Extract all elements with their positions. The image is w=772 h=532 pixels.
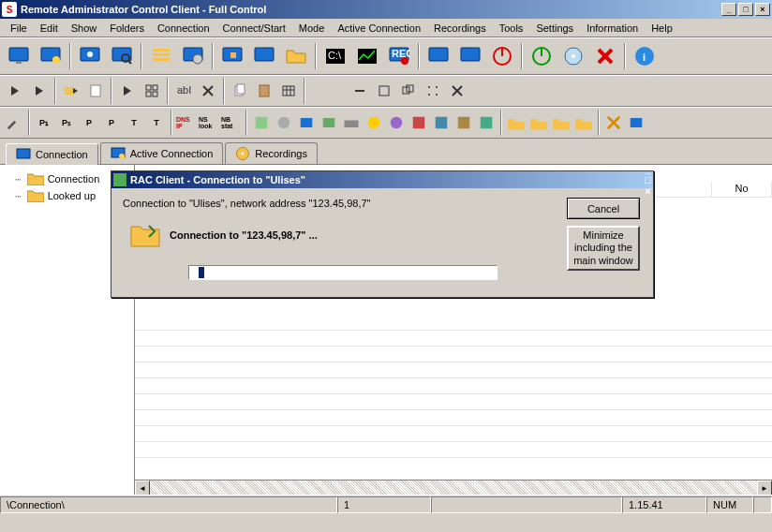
tb-delete-icon[interactable]: [590, 41, 620, 71]
tb2-play-icon[interactable]: [4, 81, 26, 101]
scroll-track[interactable]: [150, 480, 757, 495]
menu-settings[interactable]: Settings: [529, 21, 580, 36]
tb3-i6-icon[interactable]: [364, 112, 384, 133]
tb3-dnsip[interactable]: DNS IP: [176, 112, 197, 133]
tb3-i5-icon[interactable]: [341, 112, 362, 133]
table-row[interactable]: No: [652, 182, 772, 198]
tb3-tt[interactable]: T: [146, 112, 167, 133]
tb-screen2-icon[interactable]: [36, 41, 66, 71]
menu-file[interactable]: File: [4, 21, 34, 36]
tb3-pt[interactable]: P: [101, 112, 122, 133]
menu-recordings[interactable]: Recordings: [427, 21, 493, 36]
tb3-f2-icon[interactable]: [528, 112, 549, 133]
tab-recordings[interactable]: Recordings: [225, 142, 318, 164]
svg-point-5: [87, 52, 93, 57]
menu-connection[interactable]: Connection: [151, 21, 216, 36]
tb3-pp[interactable]: P: [79, 112, 99, 133]
tb-screen-blank-icon[interactable]: [249, 41, 279, 71]
tb3-f3-icon[interactable]: [551, 112, 572, 133]
menu-mode[interactable]: Mode: [292, 21, 332, 36]
tb3-t[interactable]: T: [124, 112, 144, 133]
menu-folders[interactable]: Folders: [103, 21, 151, 36]
horizontal-scrollbar[interactable]: ◄ ►: [135, 480, 772, 495]
tb-screen-b-icon[interactable]: [455, 41, 485, 71]
tb2-x-icon[interactable]: [197, 81, 219, 101]
svg-rect-46: [283, 86, 294, 96]
tb3-x-icon[interactable]: [603, 112, 624, 133]
tb-list-icon[interactable]: [146, 41, 176, 71]
tb-disc-icon[interactable]: [558, 41, 588, 71]
table-row: [135, 331, 772, 347]
separator: [223, 78, 225, 104]
tb3-wrench-icon[interactable]: [4, 112, 24, 133]
menu-connect-start[interactable]: Connect/Start: [216, 21, 292, 36]
tb2-play2-icon[interactable]: [28, 81, 51, 101]
svg-rect-44: [237, 84, 245, 94]
tb2-play3-icon[interactable]: [116, 81, 139, 101]
tb-info-icon[interactable]: i: [630, 41, 660, 71]
tb2-close2-icon[interactable]: [446, 81, 468, 101]
svg-rect-10: [153, 53, 170, 56]
tb3-i7-icon[interactable]: [386, 112, 407, 133]
close-button[interactable]: ×: [755, 3, 770, 16]
tb-power-icon[interactable]: [487, 41, 517, 71]
tb3-nslook[interactable]: NS look: [199, 112, 219, 133]
tb-folder-icon[interactable]: [281, 41, 311, 71]
dialog-maximize-button[interactable]: □: [645, 174, 651, 185]
tb2-dash-icon[interactable]: [349, 81, 371, 101]
minimize-main-button[interactable]: Minimize including the main window: [567, 226, 640, 271]
menu-information[interactable]: Information: [580, 21, 645, 36]
tb3-i4-icon[interactable]: [319, 112, 339, 133]
menu-tools[interactable]: Tools: [493, 21, 530, 36]
tb2-square-icon[interactable]: [373, 81, 395, 101]
scroll-left-icon[interactable]: ◄: [135, 480, 150, 495]
tb3-i3-icon[interactable]: [296, 112, 317, 133]
tb3-i10-icon[interactable]: [453, 112, 474, 133]
tb3-f4-icon[interactable]: [573, 112, 594, 133]
tb-screen-view-icon[interactable]: [75, 41, 105, 71]
maximize-button[interactable]: □: [738, 3, 753, 16]
cancel-button[interactable]: Cancel: [567, 198, 640, 219]
tb2-squares-icon[interactable]: [397, 81, 420, 101]
tb-cmd-icon[interactable]: C:\: [320, 41, 350, 71]
tb-screen-a-icon[interactable]: [423, 41, 453, 71]
tb2-paste-icon[interactable]: [253, 81, 275, 101]
tb-power-green-icon[interactable]: [527, 41, 557, 71]
tb2-copy-icon[interactable]: [229, 81, 251, 101]
menu-active-connection[interactable]: Active Connection: [331, 21, 427, 36]
tb3-i2-icon[interactable]: [274, 112, 294, 133]
tb3-i9-icon[interactable]: [431, 112, 452, 133]
tb3-i1-icon[interactable]: [251, 112, 272, 133]
tb3-i8-icon[interactable]: [408, 112, 429, 133]
folder-transfer-icon: [130, 222, 160, 248]
tb2-grid-icon[interactable]: [141, 81, 163, 101]
minimize-button[interactable]: _: [721, 3, 736, 16]
tb-rec-icon[interactable]: REC: [384, 41, 414, 71]
tb3-p1[interactable]: P₁: [34, 112, 54, 133]
tb3-i11-icon[interactable]: [476, 112, 497, 133]
separator: [54, 78, 56, 104]
tb3-p5[interactable]: P₅: [56, 112, 77, 133]
tb-screen-hand-icon[interactable]: [217, 41, 247, 71]
menu-help[interactable]: Help: [645, 21, 679, 36]
table-row: [135, 315, 772, 331]
tb3-nbstat[interactable]: NB stat: [221, 112, 242, 133]
svg-point-3: [52, 56, 60, 64]
tb3-last-icon[interactable]: [626, 112, 646, 133]
menu-show[interactable]: Show: [65, 21, 104, 36]
scroll-right-icon[interactable]: ►: [757, 480, 772, 495]
tab-connection[interactable]: Connection: [6, 143, 98, 165]
tb3-f1-icon[interactable]: [506, 112, 527, 133]
tb2-abl-icon[interactable]: abI: [172, 81, 195, 101]
menu-edit[interactable]: Edit: [34, 21, 65, 36]
tb2-table-icon[interactable]: [277, 81, 300, 101]
tb2-folder-play-icon[interactable]: [60, 81, 82, 101]
dialog-minimize-button[interactable]: _: [645, 163, 651, 174]
tb-screen1-icon[interactable]: [4, 41, 34, 71]
tb-screen-gear-icon[interactable]: [178, 41, 208, 71]
tb-chart-icon[interactable]: [352, 41, 382, 71]
tb2-dots-icon[interactable]: [422, 81, 444, 101]
tb-screen-search-icon[interactable]: [107, 41, 137, 71]
tab-active-connection[interactable]: Active Connection: [100, 142, 224, 164]
tb2-doc-icon[interactable]: [84, 81, 107, 101]
